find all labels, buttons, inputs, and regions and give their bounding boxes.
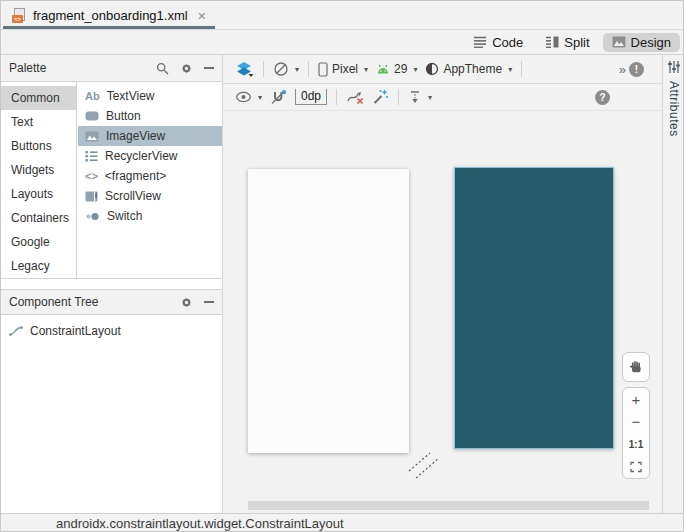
imageview-icon (85, 131, 99, 142)
palette-item-label: <fragment> (105, 169, 166, 183)
gear-icon[interactable] (180, 296, 193, 309)
chevron-down-icon: ▾ (364, 65, 368, 74)
palette-item-fragment[interactable]: <> <fragment> (78, 166, 222, 186)
palette-item-button[interactable]: Button (78, 106, 222, 126)
palette-item-scrollview[interactable]: ScrollView (78, 186, 222, 206)
code-mode-label: Code (492, 35, 523, 50)
palette-header: Palette (1, 55, 222, 82)
api-level-label: 29 (394, 62, 407, 76)
category-text[interactable]: Text (1, 110, 76, 134)
constraint-toolbar: ▾ 0dp (223, 84, 662, 111)
hide-panel-icon[interactable] (204, 67, 214, 69)
palette-item-label: Switch (107, 209, 142, 223)
tab-title: fragment_onboarding1.xml (33, 8, 188, 23)
help-badge[interactable]: ? (595, 90, 610, 105)
orientation-button[interactable]: ▾ (269, 59, 303, 79)
left-panel: Palette Common Text Buttons Wi (1, 55, 223, 513)
attributes-panel-stripe[interactable]: Attributes (662, 55, 684, 513)
constraintlayout-icon (8, 325, 24, 337)
theme-selector[interactable]: AppTheme ▾ (421, 60, 516, 78)
category-buttons[interactable]: Buttons (1, 134, 76, 158)
palette-item-label: ScrollView (105, 189, 161, 203)
autoconnect-toggle-button[interactable] (266, 87, 291, 107)
phone-icon (318, 62, 328, 77)
android-icon (376, 63, 390, 75)
palette-item-label: ImageView (106, 129, 165, 143)
code-icon (473, 36, 487, 48)
palette-item-switch[interactable]: Switch (78, 206, 222, 226)
attributes-label: Attributes (667, 81, 681, 137)
design-mode-button[interactable]: Design (603, 33, 680, 52)
component-tree: ConstraintLayout (1, 315, 222, 341)
layers-icon (235, 61, 254, 78)
zoom-in-button[interactable]: + (623, 388, 649, 411)
code-mode-button[interactable]: Code (464, 33, 532, 52)
category-legacy[interactable]: Legacy (1, 254, 76, 278)
view-options-button[interactable]: ▾ (231, 89, 266, 105)
issue-indicator-badge[interactable]: ! (629, 62, 644, 77)
device-label: Pixel (332, 62, 358, 76)
infer-constraints-button[interactable] (368, 87, 393, 107)
recyclerview-icon (85, 150, 98, 162)
search-icon[interactable] (156, 62, 169, 75)
theme-label: AppTheme (443, 62, 502, 76)
canvas-resize-handle[interactable] (403, 451, 443, 481)
editor-tab[interactable]: <> fragment_onboarding1.xml × (3, 2, 215, 29)
zoom-out-button[interactable]: − (623, 411, 649, 434)
design-icon (612, 36, 626, 48)
android-studio-layout-editor: <> fragment_onboarding1.xml × Code Spl (0, 0, 684, 532)
chevron-down-icon: ▾ (413, 65, 417, 74)
palette-categories: Common Text Buttons Widgets Layouts Cont… (1, 82, 77, 278)
design-mode-label: Design (631, 35, 671, 50)
category-containers[interactable]: Containers (1, 206, 76, 230)
design-canvas[interactable] (248, 169, 409, 453)
fit-screen-icon (630, 461, 642, 473)
palette-item-textview[interactable]: Ab TextView (78, 86, 222, 106)
blueprint-canvas[interactable] (454, 167, 614, 449)
switch-icon (85, 212, 100, 221)
chevron-down-icon: ▾ (508, 65, 512, 74)
device-selector[interactable]: Pixel ▾ (314, 60, 372, 79)
palette-item-imageview[interactable]: ImageView (78, 126, 222, 146)
clear-constraints-button[interactable] (342, 88, 368, 107)
palette-items: Ab TextView Button ImageView (78, 82, 222, 278)
category-layouts[interactable]: Layouts (1, 182, 76, 206)
design-surface[interactable]: + − 1:1 (223, 111, 662, 513)
split-mode-button[interactable]: Split (536, 33, 598, 52)
palette-item-label: RecyclerView (105, 149, 177, 163)
xml-layout-file-icon: <> (12, 8, 27, 23)
zoom-100-button[interactable]: 1:1 (623, 433, 649, 456)
toolbar-overflow-button[interactable]: » (615, 60, 629, 79)
chevron-down-icon: ▾ (428, 93, 432, 102)
tree-node-constraintlayout[interactable]: ConstraintLayout (1, 321, 222, 341)
chevron-down-icon: ▾ (295, 65, 299, 74)
gear-icon[interactable] (180, 62, 193, 75)
theme-icon (425, 62, 439, 76)
design-blueprint-toggle-button[interactable] (231, 59, 258, 80)
editor-tab-bar: <> fragment_onboarding1.xml × (1, 1, 684, 30)
fragment-icon: <> (85, 170, 98, 182)
tree-node-label: ConstraintLayout (30, 324, 121, 338)
api-level-selector[interactable]: 29 ▾ (372, 60, 421, 78)
chevron-down-icon: ▾ (258, 93, 262, 102)
default-margin-button[interactable]: 0dp (291, 87, 331, 107)
pack-align-button[interactable]: ▾ (404, 88, 436, 106)
category-common[interactable]: Common (1, 86, 76, 110)
category-google[interactable]: Google (1, 230, 76, 254)
orientation-icon (273, 61, 289, 77)
editor-mode-row: Code Split Design (1, 30, 684, 55)
pan-tool-button[interactable] (622, 352, 650, 382)
close-tab-icon[interactable]: × (198, 9, 206, 23)
zoom-to-fit-button[interactable] (623, 456, 649, 479)
component-tree-header: Component Tree (1, 289, 222, 315)
category-widgets[interactable]: Widgets (1, 158, 76, 182)
status-bar: androidx.constraintlayout.widget.Constra… (1, 513, 684, 532)
horizontal-scrollbar[interactable] (248, 501, 649, 510)
status-bar-text: androidx.constraintlayout.widget.Constra… (56, 516, 344, 531)
button-icon (85, 111, 99, 121)
palette-item-label: TextView (107, 89, 155, 103)
hide-panel-icon[interactable] (204, 301, 214, 303)
palette-item-recyclerview[interactable]: RecyclerView (78, 146, 222, 166)
magic-wand-icon (372, 89, 389, 105)
sliders-icon (667, 60, 681, 74)
